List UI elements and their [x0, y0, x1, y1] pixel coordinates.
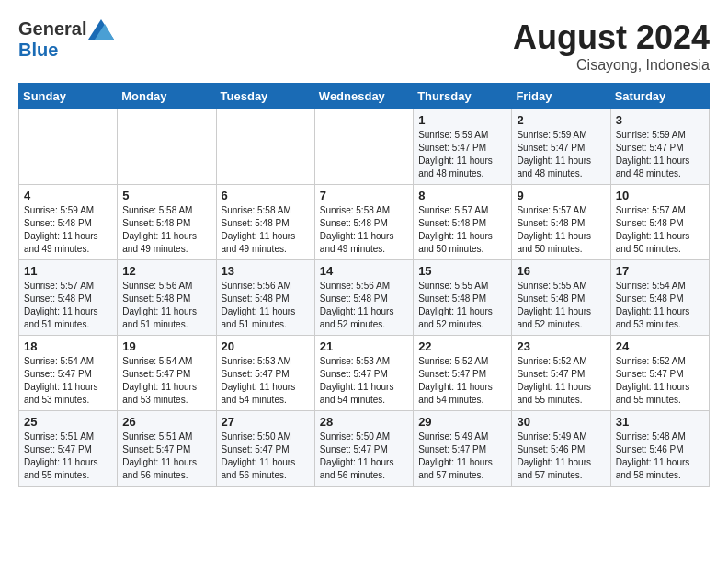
day-number: 13	[222, 264, 310, 278]
week-row-1: 1Sunrise: 5:59 AM Sunset: 5:47 PM Daylig…	[19, 109, 710, 185]
day-number: 11	[24, 264, 112, 278]
day-number: 31	[616, 415, 704, 429]
calendar-cell: 2Sunrise: 5:59 AM Sunset: 5:47 PM Daylig…	[512, 109, 610, 185]
logo-general-text: General	[18, 18, 86, 40]
day-number: 4	[24, 189, 112, 202]
calendar-cell: 29Sunrise: 5:49 AM Sunset: 5:47 PM Dayli…	[414, 411, 512, 487]
day-info: Sunrise: 5:55 AM Sunset: 5:48 PM Dayligh…	[517, 280, 605, 331]
day-info: Sunrise: 5:58 AM Sunset: 5:48 PM Dayligh…	[222, 204, 310, 256]
calendar-cell: 16Sunrise: 5:55 AM Sunset: 5:48 PM Dayli…	[512, 260, 610, 336]
day-number: 27	[222, 415, 310, 429]
calendar-cell: 10Sunrise: 5:57 AM Sunset: 5:48 PM Dayli…	[610, 185, 709, 260]
month-year-title: August 2024	[513, 18, 710, 57]
day-number: 1	[418, 113, 506, 127]
calendar-cell: 8Sunrise: 5:57 AM Sunset: 5:48 PM Daylig…	[414, 185, 512, 260]
day-number: 2	[517, 113, 605, 127]
calendar-cell: 27Sunrise: 5:50 AM Sunset: 5:47 PM Dayli…	[216, 411, 314, 487]
logo-blue-text: Blue	[18, 40, 58, 60]
day-number: 22	[418, 339, 506, 353]
day-info: Sunrise: 5:55 AM Sunset: 5:48 PM Dayligh…	[418, 280, 506, 331]
day-number: 25	[24, 415, 112, 429]
calendar-cell: 25Sunrise: 5:51 AM Sunset: 5:47 PM Dayli…	[19, 411, 118, 487]
weekday-header-sunday: Sunday	[19, 84, 118, 109]
calendar-cell: 30Sunrise: 5:49 AM Sunset: 5:46 PM Dayli…	[512, 411, 610, 487]
day-number: 7	[320, 189, 408, 202]
day-info: Sunrise: 5:58 AM Sunset: 5:48 PM Dayligh…	[122, 204, 210, 256]
weekday-header-row: SundayMondayTuesdayWednesdayThursdayFrid…	[19, 84, 710, 109]
day-info: Sunrise: 5:59 AM Sunset: 5:48 PM Dayligh…	[24, 204, 112, 256]
calendar-cell: 1Sunrise: 5:59 AM Sunset: 5:47 PM Daylig…	[414, 109, 512, 185]
calendar-cell: 26Sunrise: 5:51 AM Sunset: 5:47 PM Dayli…	[118, 411, 216, 487]
day-number: 5	[122, 189, 210, 202]
day-info: Sunrise: 5:58 AM Sunset: 5:48 PM Dayligh…	[320, 204, 408, 256]
day-number: 24	[616, 339, 704, 353]
calendar-cell: 7Sunrise: 5:58 AM Sunset: 5:48 PM Daylig…	[314, 185, 413, 260]
calendar-cell	[118, 109, 216, 185]
title-area: August 2024 Cisayong, Indonesia	[513, 18, 710, 74]
day-number: 12	[122, 264, 210, 278]
day-number: 26	[122, 415, 210, 429]
calendar-cell: 14Sunrise: 5:56 AM Sunset: 5:48 PM Dayli…	[314, 260, 413, 336]
day-info: Sunrise: 5:49 AM Sunset: 5:46 PM Dayligh…	[517, 431, 605, 482]
calendar-cell: 3Sunrise: 5:59 AM Sunset: 5:47 PM Daylig…	[610, 109, 709, 185]
page-header: General Blue August 2024 Cisayong, Indon…	[18, 18, 710, 74]
calendar-cell: 22Sunrise: 5:52 AM Sunset: 5:47 PM Dayli…	[414, 336, 512, 411]
day-info: Sunrise: 5:49 AM Sunset: 5:47 PM Dayligh…	[418, 431, 506, 482]
logo-icon	[88, 19, 114, 40]
calendar-cell: 12Sunrise: 5:56 AM Sunset: 5:48 PM Dayli…	[118, 260, 216, 336]
calendar-cell: 13Sunrise: 5:56 AM Sunset: 5:48 PM Dayli…	[216, 260, 314, 336]
day-info: Sunrise: 5:52 AM Sunset: 5:47 PM Dayligh…	[616, 355, 704, 407]
day-info: Sunrise: 5:59 AM Sunset: 5:47 PM Dayligh…	[616, 129, 704, 180]
calendar-cell: 4Sunrise: 5:59 AM Sunset: 5:48 PM Daylig…	[19, 185, 118, 260]
day-info: Sunrise: 5:54 AM Sunset: 5:47 PM Dayligh…	[24, 355, 112, 407]
calendar-cell: 11Sunrise: 5:57 AM Sunset: 5:48 PM Dayli…	[19, 260, 118, 336]
day-number: 21	[320, 339, 408, 353]
weekday-header-saturday: Saturday	[610, 84, 709, 109]
day-info: Sunrise: 5:57 AM Sunset: 5:48 PM Dayligh…	[616, 204, 704, 256]
weekday-header-thursday: Thursday	[414, 84, 512, 109]
calendar-cell: 19Sunrise: 5:54 AM Sunset: 5:47 PM Dayli…	[118, 336, 216, 411]
weekday-header-tuesday: Tuesday	[216, 84, 314, 109]
day-info: Sunrise: 5:53 AM Sunset: 5:47 PM Dayligh…	[320, 355, 408, 407]
calendar-cell: 23Sunrise: 5:52 AM Sunset: 5:47 PM Dayli…	[512, 336, 610, 411]
day-number: 20	[222, 339, 310, 353]
day-info: Sunrise: 5:59 AM Sunset: 5:47 PM Dayligh…	[517, 129, 605, 180]
week-row-2: 4Sunrise: 5:59 AM Sunset: 5:48 PM Daylig…	[19, 185, 710, 260]
location-subtitle: Cisayong, Indonesia	[513, 57, 710, 74]
day-number: 19	[122, 339, 210, 353]
day-info: Sunrise: 5:52 AM Sunset: 5:47 PM Dayligh…	[418, 355, 506, 407]
day-number: 29	[418, 415, 506, 429]
calendar-cell: 9Sunrise: 5:57 AM Sunset: 5:48 PM Daylig…	[512, 185, 610, 260]
day-info: Sunrise: 5:51 AM Sunset: 5:47 PM Dayligh…	[24, 431, 112, 482]
day-number: 16	[517, 264, 605, 278]
calendar-cell	[314, 109, 413, 185]
weekday-header-monday: Monday	[118, 84, 216, 109]
day-info: Sunrise: 5:48 AM Sunset: 5:46 PM Dayligh…	[616, 431, 704, 482]
calendar-cell	[216, 109, 314, 185]
calendar-cell: 20Sunrise: 5:53 AM Sunset: 5:47 PM Dayli…	[216, 336, 314, 411]
calendar-cell: 15Sunrise: 5:55 AM Sunset: 5:48 PM Dayli…	[414, 260, 512, 336]
day-number: 30	[517, 415, 605, 429]
day-number: 15	[418, 264, 506, 278]
day-number: 10	[616, 189, 704, 202]
day-number: 14	[320, 264, 408, 278]
day-info: Sunrise: 5:56 AM Sunset: 5:48 PM Dayligh…	[222, 280, 310, 331]
day-info: Sunrise: 5:53 AM Sunset: 5:47 PM Dayligh…	[222, 355, 310, 407]
day-info: Sunrise: 5:59 AM Sunset: 5:47 PM Dayligh…	[418, 129, 506, 180]
day-info: Sunrise: 5:52 AM Sunset: 5:47 PM Dayligh…	[517, 355, 605, 407]
day-info: Sunrise: 5:54 AM Sunset: 5:47 PM Dayligh…	[122, 355, 210, 407]
day-info: Sunrise: 5:57 AM Sunset: 5:48 PM Dayligh…	[24, 280, 112, 331]
day-number: 6	[222, 189, 310, 202]
day-info: Sunrise: 5:56 AM Sunset: 5:48 PM Dayligh…	[122, 280, 210, 331]
week-row-3: 11Sunrise: 5:57 AM Sunset: 5:48 PM Dayli…	[19, 260, 710, 336]
day-number: 23	[517, 339, 605, 353]
weekday-header-friday: Friday	[512, 84, 610, 109]
calendar-cell: 17Sunrise: 5:54 AM Sunset: 5:48 PM Dayli…	[610, 260, 709, 336]
day-number: 8	[418, 189, 506, 202]
calendar-cell: 24Sunrise: 5:52 AM Sunset: 5:47 PM Dayli…	[610, 336, 709, 411]
day-info: Sunrise: 5:50 AM Sunset: 5:47 PM Dayligh…	[222, 431, 310, 482]
weekday-header-wednesday: Wednesday	[314, 84, 413, 109]
calendar-cell: 5Sunrise: 5:58 AM Sunset: 5:48 PM Daylig…	[118, 185, 216, 260]
calendar-cell: 6Sunrise: 5:58 AM Sunset: 5:48 PM Daylig…	[216, 185, 314, 260]
day-info: Sunrise: 5:56 AM Sunset: 5:48 PM Dayligh…	[320, 280, 408, 331]
